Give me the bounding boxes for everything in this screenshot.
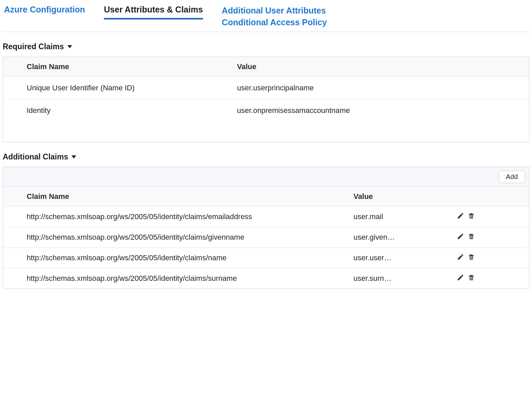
delete-icon[interactable]	[468, 274, 475, 283]
edit-icon[interactable]	[457, 212, 464, 221]
table-row: http://schemas.xmlsoap.org/ws/2005/05/id…	[3, 207, 529, 227]
tab-user-attributes-claims[interactable]: User Attributes & Claims	[104, 5, 203, 20]
additional-col-value: Value	[350, 187, 455, 207]
claim-name-cell: http://schemas.xmlsoap.org/ws/2005/05/id…	[3, 248, 350, 268]
claim-value-cell: user.onpremisessamaccountname	[213, 99, 529, 122]
table-row: http://schemas.xmlsoap.org/ws/2005/05/id…	[3, 268, 529, 289]
required-col-name: Claim Name	[3, 57, 213, 77]
edit-icon[interactable]	[457, 233, 464, 242]
claim-value-cell: user.userprincipalname	[213, 77, 529, 99]
additional-claims-section: Additional Claims Add Claim Name Value h…	[3, 152, 529, 289]
required-claims-table: Claim Name Value Unique User Identifier …	[3, 57, 529, 142]
table-row: http://schemas.xmlsoap.org/ws/2005/05/id…	[3, 227, 529, 248]
claim-name-cell: http://schemas.xmlsoap.org/ws/2005/05/id…	[3, 207, 350, 227]
edit-icon[interactable]	[457, 253, 464, 263]
claim-name-cell: http://schemas.xmlsoap.org/ws/2005/05/id…	[3, 227, 350, 248]
claim-name-cell: http://schemas.xmlsoap.org/ws/2005/05/id…	[3, 268, 350, 289]
row-actions	[455, 248, 529, 268]
additional-claims-table: Claim Name Value http://schemas.xmlsoap.…	[3, 187, 529, 289]
additional-claims-toolbar: Add	[3, 167, 529, 187]
additional-claims-title: Additional Claims	[3, 152, 68, 161]
required-claims-toggle[interactable]: Required Claims	[3, 41, 529, 57]
delete-icon[interactable]	[468, 253, 475, 263]
row-actions	[455, 207, 529, 227]
claim-name-cell: Identity	[3, 99, 213, 122]
claim-value-cell: user.mail	[350, 207, 455, 227]
row-actions	[455, 268, 529, 289]
additional-col-name: Claim Name	[3, 187, 350, 207]
row-actions	[455, 227, 529, 248]
required-col-value: Value	[213, 57, 529, 77]
delete-icon[interactable]	[468, 233, 475, 242]
required-claims-table-wrap: Claim Name Value Unique User Identifier …	[3, 57, 529, 142]
additional-col-actions	[455, 187, 529, 207]
required-claims-title: Required Claims	[3, 42, 64, 51]
delete-icon[interactable]	[468, 212, 475, 221]
additional-claims-toggle[interactable]: Additional Claims	[3, 152, 529, 167]
claim-name-cell: Unique User Identifier (Name ID)	[3, 77, 213, 99]
claim-value-cell: user.given…	[350, 227, 455, 248]
edit-icon[interactable]	[457, 274, 464, 283]
tab-additional-conditional[interactable]: Additional User Attributes Conditional A…	[222, 5, 350, 32]
table-row: Identity user.onpremisessamaccountname	[3, 99, 529, 122]
additional-claims-table-wrap: Add Claim Name Value http://schemas.xmls…	[3, 167, 529, 289]
claim-value-cell: user.surn…	[350, 268, 455, 289]
table-row: http://schemas.xmlsoap.org/ws/2005/05/id…	[3, 248, 529, 268]
required-claims-section: Required Claims Claim Name Value Unique …	[3, 41, 529, 142]
tab-azure-configuration[interactable]: Azure Configuration	[4, 5, 85, 18]
chevron-down-icon	[71, 155, 76, 158]
tab-nav: Azure Configuration User Attributes & Cl…	[3, 3, 529, 32]
table-row: Unique User Identifier (Name ID) user.us…	[3, 77, 529, 99]
claim-value-cell: user.user…	[350, 248, 455, 268]
add-button[interactable]: Add	[499, 171, 525, 183]
chevron-down-icon	[67, 45, 72, 48]
